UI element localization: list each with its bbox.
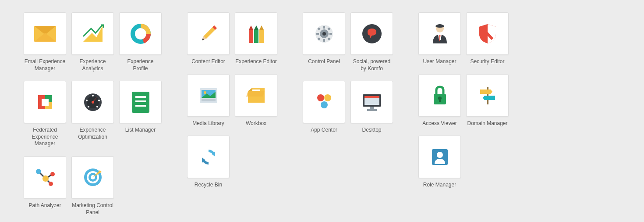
tile-label: App Center: [311, 127, 337, 134]
tile-label: Control Panel: [308, 58, 340, 65]
tile-label: Security Editor: [470, 58, 504, 65]
tile-media-library[interactable]: Media Library: [188, 74, 229, 127]
tile-federated-experience-manager[interactable]: Federated Experience Manager: [24, 81, 66, 147]
tile-user-manager[interactable]: User Manager: [419, 12, 460, 65]
tile-label: Federated Experience Manager: [24, 127, 66, 147]
tile-label: Path Analyzer: [28, 202, 61, 209]
row: Media Library Workbox: [188, 74, 277, 127]
tile-card: [350, 81, 393, 123]
svg-point-15: [88, 106, 89, 107]
pencil-icon: [198, 24, 219, 44]
tile-control-panel[interactable]: Control Panel: [303, 12, 345, 65]
tile-card: [418, 74, 461, 117]
tile-label: Experience Analytics: [72, 58, 113, 72]
analytics-icon: [81, 24, 104, 43]
tile-access-viewer[interactable]: Access Viewer: [419, 74, 460, 127]
tile-card: [24, 156, 66, 199]
svg-point-48: [204, 91, 206, 94]
tile-role-manager[interactable]: Role Manager: [419, 136, 460, 189]
tile-card: [119, 12, 162, 55]
svg-rect-40: [249, 30, 253, 43]
svg-point-14: [86, 100, 88, 101]
tile-card: [187, 136, 230, 178]
row: User Manager Security Editor: [419, 12, 508, 65]
tile-card: [418, 136, 461, 178]
svg-rect-44: [259, 30, 264, 43]
list-icon: [132, 92, 149, 113]
tile-social-komfo[interactable]: Social, powered by Komfo: [351, 12, 393, 72]
tile-label: User Manager: [423, 58, 456, 65]
tile-security-editor[interactable]: Security Editor: [467, 12, 508, 65]
svg-marker-8: [45, 102, 52, 109]
tile-experience-editor[interactable]: Experience Editor: [235, 12, 277, 65]
row: Access Viewer Domain Manager: [419, 74, 508, 127]
column-security: User Manager Security Editor: [419, 12, 508, 216]
svg-point-27: [42, 175, 49, 182]
tile-card: [418, 12, 461, 55]
column-system: Control Panel Social, powered by Komfo: [303, 12, 393, 216]
row: App Center Desktop: [303, 81, 393, 134]
path-icon: [34, 167, 56, 187]
gauge-icon: [82, 92, 103, 113]
tile-label: Experience Optimization: [72, 127, 113, 140]
tile-email-experience-manager[interactable]: Email Experience Manager: [24, 12, 66, 72]
tile-label: Role Manager: [423, 182, 456, 189]
svg-rect-72: [364, 96, 379, 98]
tile-label: Workbox: [246, 120, 266, 127]
row: Path Analyzer Marketing Control Pa: [24, 156, 161, 216]
tile-card: [235, 12, 277, 55]
tile-app-center[interactable]: App Center: [303, 81, 345, 134]
tile-workbox[interactable]: Workbox: [235, 74, 277, 127]
svg-rect-22: [135, 105, 146, 107]
launchpad: Email Experience Manager Experience Anal…: [0, 0, 644, 222]
svg-marker-41: [249, 25, 253, 30]
tile-card: [71, 81, 114, 123]
svg-rect-73: [370, 107, 374, 109]
tile-path-analyzer[interactable]: Path Analyzer: [24, 156, 66, 209]
tile-experience-profile[interactable]: Experience Profile: [120, 12, 161, 72]
svg-rect-77: [439, 36, 440, 41]
svg-rect-74: [367, 109, 377, 111]
svg-rect-20: [135, 96, 146, 98]
tile-card: [466, 12, 509, 55]
row: Content Editor Experience Editor: [188, 12, 277, 65]
svg-rect-60: [329, 33, 332, 35]
tile-content-editor[interactable]: Content Editor: [188, 12, 229, 65]
svg-point-29: [49, 182, 53, 186]
tile-label: Desktop: [362, 127, 381, 134]
tile-desktop[interactable]: Desktop: [351, 81, 393, 134]
social-icon: [361, 23, 382, 44]
svg-rect-21: [135, 100, 146, 102]
tile-card: [71, 156, 114, 199]
svg-marker-7: [45, 95, 52, 102]
tile-label: Social, powered by Komfo: [351, 58, 393, 72]
tile-card: [303, 81, 345, 123]
tile-domain-manager[interactable]: Domain Manager: [467, 74, 508, 127]
tile-label: Marketing Control Panel: [72, 202, 113, 216]
tile-card: [466, 74, 509, 117]
tile-card: [24, 81, 66, 123]
tile-card: [187, 12, 230, 55]
tile-label: Experience Profile: [120, 58, 161, 72]
tile-label: Access Viewer: [422, 120, 456, 127]
tile-experience-analytics[interactable]: Experience Analytics: [72, 12, 113, 72]
svg-point-65: [322, 32, 326, 36]
row: Role Manager: [419, 136, 508, 189]
gear-icon: [314, 23, 335, 44]
column-content: Content Editor Experience Editor: [188, 12, 277, 216]
tile-label: Media Library: [192, 120, 224, 127]
tile-experience-optimization[interactable]: Experience Optimization: [72, 81, 113, 140]
svg-point-67: [317, 94, 324, 101]
tile-recycle-bin[interactable]: Recycle Bin: [188, 136, 229, 189]
signs-icon: [478, 85, 498, 105]
target-icon: [82, 167, 103, 188]
svg-point-12: [92, 95, 94, 97]
svg-point-68: [324, 94, 331, 101]
row: Recycle Bin: [188, 136, 277, 189]
svg-marker-82: [480, 90, 492, 94]
tile-list-manager[interactable]: List Manager: [120, 81, 161, 134]
svg-rect-42: [254, 30, 258, 43]
role-icon: [430, 147, 449, 167]
svg-point-85: [437, 152, 443, 158]
tile-marketing-control-panel[interactable]: Marketing Control Panel: [72, 156, 113, 216]
